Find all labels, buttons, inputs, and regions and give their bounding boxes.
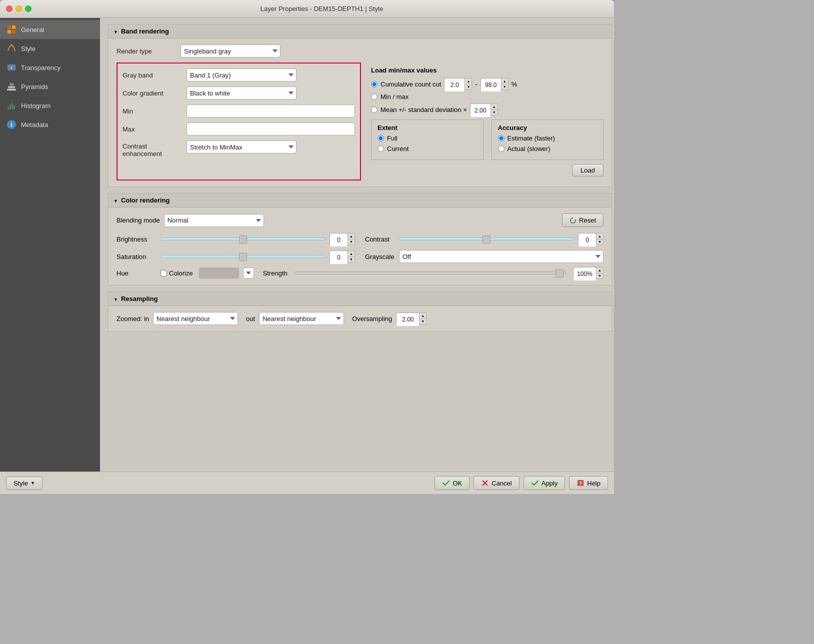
apply-button[interactable]: Apply <box>524 476 566 490</box>
cumulative-row: Cumulative count cut ▲ ▼ - <box>371 78 604 90</box>
brightness-input[interactable] <box>330 234 348 246</box>
brightness-contrast-grid: Brightness ▲ ▼ <box>116 233 604 263</box>
contrast-input[interactable] <box>578 234 596 246</box>
help-button[interactable]: ? Help <box>569 476 608 490</box>
ok-button[interactable]: OK <box>434 476 470 490</box>
band-rendering-header[interactable]: Band rendering <box>108 24 612 38</box>
color-rendering-toggle-icon <box>114 196 118 204</box>
saturation-slider[interactable] <box>160 255 326 258</box>
minmax-label: Min / max <box>380 93 408 100</box>
svg-text:?: ? <box>579 480 582 486</box>
cumulative-max-down[interactable]: ▼ <box>501 84 508 90</box>
sidebar-item-histogram[interactable]: Histogram <box>0 96 100 115</box>
colorize-color-picker[interactable] <box>199 268 239 278</box>
brightness-btns: ▲ ▼ <box>348 234 354 244</box>
colorize-select[interactable] <box>243 268 254 278</box>
band-rendering-toggle-icon <box>114 28 118 35</box>
sidebar-item-style[interactable]: Style <box>0 39 100 58</box>
minmax-radio[interactable] <box>371 94 378 100</box>
blending-select[interactable]: Normal Multiply Screen <box>164 214 264 227</box>
render-type-row: Render type Singleband gray Multiband co… <box>116 44 604 58</box>
render-type-select[interactable]: Singleband gray Multiband color Paletted… <box>180 44 280 58</box>
maximize-button[interactable] <box>25 6 32 12</box>
gray-band-select[interactable]: Band 1 (Gray) <box>186 68 296 82</box>
style-button[interactable]: Style ▼ <box>6 476 42 490</box>
contrast-down[interactable]: ▼ <box>596 239 603 245</box>
max-input[interactable]: 1430.08 <box>186 122 355 136</box>
oversampling-input[interactable] <box>396 313 419 326</box>
min-row: Min -1.70141e+38 <box>122 104 355 118</box>
mean-up[interactable]: ▲ <box>490 104 498 110</box>
actual-label: Actual (slower) <box>508 145 550 152</box>
oversampling-up[interactable]: ▲ <box>419 313 426 318</box>
color-gradient-label: Color gradient <box>122 90 182 97</box>
render-type-select-wrapper: Singleband gray Multiband color Paletted… <box>180 44 280 58</box>
colorize-dropdown-btn[interactable] <box>243 268 253 278</box>
contrast-enhancement-label: Contrastenhancement <box>122 140 182 158</box>
strength-up[interactable]: ▲ <box>596 268 603 273</box>
svg-rect-3 <box>12 30 16 34</box>
mean-down[interactable]: ▼ <box>490 110 498 116</box>
contrast-up[interactable]: ▲ <box>596 234 603 239</box>
saturation-down[interactable]: ▼ <box>348 256 354 262</box>
sidebar-item-pyramids[interactable]: Pyramids <box>0 77 100 96</box>
max-row: Max 1430.08 <box>122 122 355 136</box>
reset-button[interactable]: Reset <box>562 214 604 227</box>
band-rendering-main: Gray band Band 1 (Gray) Color <box>116 62 604 180</box>
main-scroll[interactable]: Band rendering Render type Singleband gr… <box>100 18 614 472</box>
blending-left: Blending mode Normal Multiply Screen <box>116 214 264 227</box>
oversampling-down[interactable]: ▼ <box>419 318 426 324</box>
sidebar-item-general[interactable]: General <box>0 20 100 39</box>
min-input[interactable]: -1.70141e+38 <box>186 104 355 118</box>
grayscale-select[interactable]: Off By lightness By luminosity By averag… <box>399 250 604 263</box>
grayscale-row: Grayscale Off By lightness By luminosity… <box>365 250 604 263</box>
saturation-up[interactable]: ▲ <box>348 251 354 256</box>
apply-icon <box>531 479 539 487</box>
sidebar-item-metadata[interactable]: i Metadata <box>0 115 100 134</box>
zoomed-in-select[interactable]: Nearest neighbour Bilinear Cubic <box>153 312 238 325</box>
close-button[interactable] <box>6 6 12 12</box>
extent-box: Extent Full Current <box>371 120 484 160</box>
extent-title: Extent <box>378 124 477 132</box>
strength-slider[interactable] <box>294 272 566 274</box>
contrast-spinner: ▲ ▼ <box>578 233 604 245</box>
svg-rect-10 <box>8 106 9 110</box>
saturation-input[interactable] <box>330 251 348 264</box>
cumulative-max-input[interactable] <box>481 78 501 92</box>
minimize-button[interactable] <box>16 6 22 12</box>
color-rendering-header[interactable]: Color rendering <box>108 194 612 208</box>
current-radio[interactable] <box>378 146 384 152</box>
sidebar-item-transparency[interactable]: T Transparency <box>0 58 100 77</box>
full-radio[interactable] <box>378 135 384 142</box>
mean-radio[interactable] <box>371 106 378 113</box>
color-gradient-select[interactable]: Black to white White to black <box>186 86 296 100</box>
cumulative-min-up[interactable]: ▲ <box>464 78 472 84</box>
oversampling-btns: ▲ ▼ <box>419 313 426 324</box>
main-area: Band rendering Render type Singleband gr… <box>100 18 614 472</box>
brightness-up[interactable]: ▲ <box>348 234 354 239</box>
mean-input[interactable] <box>470 104 490 117</box>
estimate-radio[interactable] <box>498 135 504 142</box>
brightness-slider[interactable] <box>160 238 326 240</box>
color-rendering-title: Color rendering <box>121 196 170 204</box>
resampling-header[interactable]: Resampling <box>108 292 612 306</box>
percent-label: % <box>512 80 518 88</box>
cumulative-min-down[interactable]: ▼ <box>464 84 472 90</box>
cumulative-radio[interactable] <box>371 81 378 88</box>
actual-radio[interactable] <box>498 146 504 152</box>
load-button[interactable]: Load <box>572 164 604 176</box>
colorize-checkbox[interactable] <box>160 270 167 276</box>
strength-input[interactable] <box>574 268 596 280</box>
contrast-slider[interactable] <box>399 238 574 240</box>
strength-down[interactable]: ▼ <box>596 273 603 279</box>
brightness-down[interactable]: ▼ <box>348 239 354 245</box>
resampling-toggle-icon <box>114 295 118 302</box>
svg-rect-0 <box>8 26 11 29</box>
cumulative-min-input[interactable] <box>444 78 464 92</box>
cumulative-max-up[interactable]: ▲ <box>501 78 508 84</box>
zoomed-out-select[interactable]: Nearest neighbour Bilinear Cubic <box>259 312 344 325</box>
cancel-button[interactable]: Cancel <box>474 476 519 490</box>
svg-rect-8 <box>8 86 15 88</box>
histogram-icon <box>6 100 17 111</box>
contrast-enhancement-select[interactable]: Stretch to MinMax No enhancement Stretch… <box>186 140 296 154</box>
